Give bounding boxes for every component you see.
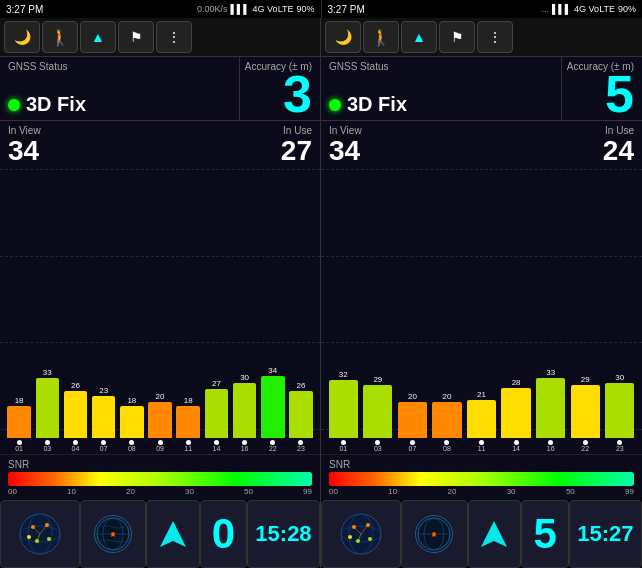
bar-value-label: 18 bbox=[184, 397, 193, 405]
sat-id-label: 22 bbox=[569, 445, 602, 452]
panel-right: 🌙 🚶 ▲ ⚑ ⋮ GNSS Status 3D Fix Accuracy (±… bbox=[321, 18, 642, 500]
arrow-btn-left[interactable] bbox=[146, 500, 200, 568]
gnss-box-left: GNSS Status 3D Fix bbox=[0, 57, 240, 120]
bar-value-label: 23 bbox=[99, 387, 108, 395]
bar-element bbox=[398, 402, 427, 438]
bar-dot bbox=[514, 440, 519, 445]
sat-id-label: 09 bbox=[147, 445, 173, 452]
battery-right: 90% bbox=[618, 4, 636, 14]
world-btn-left[interactable] bbox=[80, 500, 147, 568]
bottom-panels: 0 15:28 bbox=[0, 500, 642, 568]
bottom-time-right: 15:27 bbox=[577, 521, 633, 547]
bar-group: 29 bbox=[362, 376, 395, 445]
bar-value-label: 20 bbox=[156, 393, 165, 401]
snr-bar-left bbox=[8, 472, 312, 486]
bar-dot bbox=[186, 440, 191, 445]
bar-element bbox=[148, 402, 172, 438]
sat-globe-btn-left[interactable] bbox=[0, 500, 80, 568]
in-use-right: In Use 24 bbox=[603, 125, 634, 167]
bar-dot bbox=[444, 440, 449, 445]
bar-dot bbox=[548, 440, 553, 445]
flag-btn-left[interactable]: ⚑ bbox=[118, 21, 154, 53]
bar-group: 20 bbox=[147, 393, 173, 445]
toolbar-right: 🌙 🚶 ▲ ⚑ ⋮ bbox=[321, 18, 642, 57]
more-btn-left[interactable]: ⋮ bbox=[156, 21, 192, 53]
sat-globe-btn-right[interactable] bbox=[321, 500, 401, 568]
bar-value-label: 27 bbox=[212, 380, 221, 388]
bar-group: 30 bbox=[232, 374, 258, 445]
bar-dot bbox=[583, 440, 588, 445]
gnss-value-left: 3D Fix bbox=[26, 93, 86, 116]
number-btn-left[interactable]: 0 bbox=[200, 500, 247, 568]
person-btn-left[interactable]: 🚶 bbox=[42, 21, 78, 53]
bar-element bbox=[501, 388, 530, 438]
accuracy-value-right: 5 bbox=[605, 68, 634, 120]
bars-left: 1833262318201827303426 bbox=[4, 345, 316, 445]
bar-element bbox=[205, 389, 229, 438]
bar-group: 23 bbox=[91, 387, 117, 445]
bar-group: 18 bbox=[175, 397, 201, 445]
bar-dot bbox=[101, 440, 106, 445]
bar-element bbox=[363, 385, 392, 438]
signal-right: ▌▌▌ bbox=[552, 4, 571, 14]
sat-id-label: 07 bbox=[396, 445, 429, 452]
sat-id-label: 04 bbox=[62, 445, 88, 452]
bar-dot bbox=[270, 440, 275, 445]
bar-element bbox=[571, 385, 600, 438]
sat-id-label: 14 bbox=[500, 445, 533, 452]
time-left: 3:27 PM bbox=[6, 4, 43, 15]
svg-marker-31 bbox=[481, 521, 507, 547]
night-mode-btn-right[interactable]: 🌙 bbox=[325, 21, 361, 53]
bar-group: 33 bbox=[34, 369, 60, 445]
in-view-left: In View 34 bbox=[8, 125, 41, 167]
flag-btn-right[interactable]: ⚑ bbox=[439, 21, 475, 53]
sat-id-label: 07 bbox=[91, 445, 117, 452]
bar-value-label: 20 bbox=[443, 393, 452, 401]
main-panels: 🌙 🚶 ▲ ⚑ ⋮ GNSS Status 3D Fix Accuracy (±… bbox=[0, 18, 642, 500]
bar-group: 33 bbox=[534, 369, 567, 445]
more-btn-right[interactable]: ⋮ bbox=[477, 21, 513, 53]
info-row-right: GNSS Status 3D Fix Accuracy (± m) 5 bbox=[321, 57, 642, 121]
status-dot-left bbox=[8, 99, 20, 111]
world-circle-right bbox=[415, 515, 453, 553]
bar-group: 21 bbox=[465, 391, 498, 445]
world-btn-right[interactable] bbox=[401, 500, 468, 568]
bar-group: 34 bbox=[260, 367, 286, 445]
bar-value-label: 30 bbox=[240, 374, 249, 382]
arrow-btn-right[interactable] bbox=[468, 500, 522, 568]
sat-id-label: 16 bbox=[534, 445, 567, 452]
bar-value-label: 28 bbox=[512, 379, 521, 387]
navigate-btn-right[interactable]: ▲ bbox=[401, 21, 437, 53]
bar-element bbox=[289, 391, 313, 438]
bar-group: 20 bbox=[396, 393, 429, 445]
speed-right: ... bbox=[541, 4, 549, 14]
bar-value-label: 26 bbox=[71, 382, 80, 390]
person-btn-right[interactable]: 🚶 bbox=[363, 21, 399, 53]
night-mode-btn-left[interactable]: 🌙 bbox=[4, 21, 40, 53]
app-container: 3:27 PM 0.00K/s ▌▌▌ 4G VoLTE 90% 3:27 PM… bbox=[0, 0, 642, 568]
sat-id-label: 01 bbox=[6, 445, 32, 452]
chart-left: 1833262318201827303426 01030407080911141… bbox=[0, 167, 320, 454]
bar-value-label: 26 bbox=[297, 382, 306, 390]
status-bar-left: 3:27 PM 0.00K/s ▌▌▌ 4G VoLTE 90% bbox=[0, 0, 321, 18]
bar-value-label: 34 bbox=[268, 367, 277, 375]
time-btn-right[interactable]: 15:27 bbox=[569, 500, 642, 568]
sat-id-label: 11 bbox=[175, 445, 201, 452]
bottom-number-left: 0 bbox=[212, 510, 235, 558]
gnss-value-right: 3D Fix bbox=[347, 93, 407, 116]
number-btn-right[interactable]: 5 bbox=[521, 500, 568, 568]
bar-dot bbox=[298, 440, 303, 445]
accuracy-box-right: Accuracy (± m) 5 bbox=[562, 57, 642, 120]
bar-value-label: 18 bbox=[15, 397, 24, 405]
bar-dot bbox=[341, 440, 346, 445]
time-right: 3:27 PM bbox=[328, 4, 365, 15]
bar-dot bbox=[214, 440, 219, 445]
status-icons-left: 0.00K/s ▌▌▌ 4G VoLTE 90% bbox=[197, 4, 315, 14]
bar-value-label: 20 bbox=[408, 393, 417, 401]
sat-id-label: 14 bbox=[203, 445, 229, 452]
snr-gradient-right bbox=[329, 472, 634, 486]
sat-id-label: 23 bbox=[288, 445, 314, 452]
time-btn-left[interactable]: 15:28 bbox=[247, 500, 320, 568]
network-right: 4G VoLTE bbox=[574, 4, 615, 14]
navigate-btn-left[interactable]: ▲ bbox=[80, 21, 116, 53]
